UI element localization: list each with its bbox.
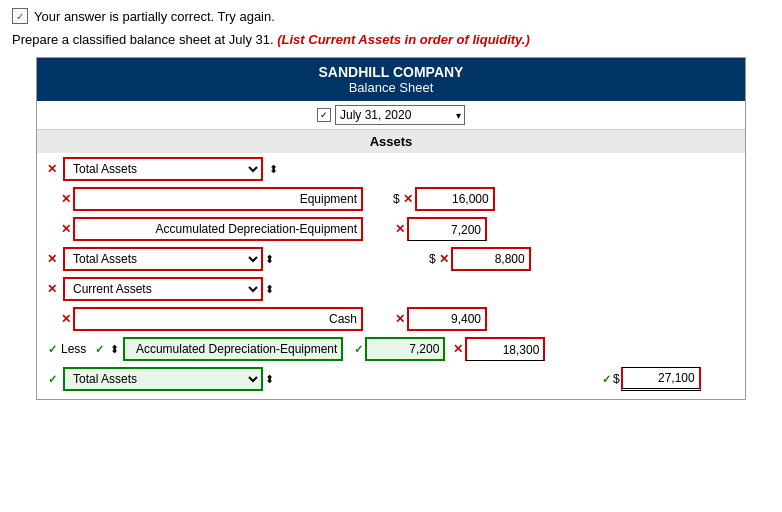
col-left-row5: Current Assets ⬍: [59, 277, 419, 301]
input-7200-row3[interactable]: [407, 217, 487, 241]
col-right-row4: $ ✕: [429, 247, 531, 271]
company-name: SANDHILL COMPANY: [41, 64, 741, 80]
col-left-row2: [73, 187, 383, 211]
check-icon-row7: ✓: [45, 342, 59, 356]
col-mid-row6: ✕: [393, 307, 487, 331]
dollar-row2: $: [393, 192, 400, 206]
input-less-accum[interactable]: [123, 337, 343, 361]
row-equipment: ✕ $ ✕: [45, 187, 737, 211]
date-select[interactable]: July 31, 2020: [335, 105, 465, 125]
x-icon-mid-row2: ✕: [401, 192, 415, 206]
col-mid-row2: $ ✕: [393, 187, 495, 211]
x-icon-row3: ✕: [59, 222, 73, 236]
x-icon-right-row4: ✕: [437, 252, 451, 266]
row-accum-dep: ✕ ✕: [45, 217, 737, 241]
input-8800[interactable]: [451, 247, 531, 271]
input-equipment[interactable]: [73, 187, 363, 211]
col-mid-row7: ✓: [351, 337, 445, 361]
x-icon-row2: ✕: [59, 192, 73, 206]
select-row4[interactable]: Total Assets: [63, 247, 263, 271]
input-27100[interactable]: [621, 367, 701, 391]
bs-header: SANDHILL COMPANY Balance Sheet: [37, 58, 745, 101]
arrow-row4: ⬍: [265, 253, 274, 266]
date-row: ✓ July 31, 2020 ▾: [37, 101, 745, 130]
col-left-row1: Total Assets ⬍: [59, 157, 419, 181]
x-icon-row6: ✕: [59, 312, 73, 326]
date-select-wrap: ✓ July 31, 2020 ▾: [317, 105, 465, 125]
instruction-highlight: (List Current Assets in order of liquidi…: [277, 32, 530, 47]
check-right-row8: ✓: [599, 372, 613, 386]
x-icon-row5: ✕: [45, 282, 59, 296]
col-right-row8: ✓ $: [599, 367, 701, 391]
dollar-row8: $: [613, 372, 620, 386]
row-total-assets-2: ✕ Total Assets ⬍ $ ✕: [45, 247, 737, 271]
check-icon-row8: ✓: [45, 372, 59, 386]
input-7200-row7[interactable]: [365, 337, 445, 361]
input-9400[interactable]: [407, 307, 487, 331]
row-total-assets-1: ✕ Total Assets ⬍: [45, 157, 737, 181]
arrow-row1: ⬍: [269, 163, 278, 175]
col-right-row7: ✕: [451, 337, 545, 361]
instruction-text: Prepare a classified balance sheet at Ju…: [12, 32, 770, 47]
less-label: Less: [61, 342, 86, 356]
feedback-row: ✓ Your answer is partially correct. Try …: [12, 8, 770, 24]
col-left-row8: Total Assets ⬍: [59, 367, 419, 391]
row-total-assets-3: ✓ Total Assets ⬍ ✓ $: [45, 367, 737, 391]
dollar-row4: $: [429, 252, 436, 266]
row-cash: ✕ ✕: [45, 307, 737, 331]
arrow-row8: ⬍: [265, 373, 274, 386]
select-current-assets[interactable]: Current Assets: [63, 277, 263, 301]
select-total-assets-3[interactable]: Total Assets: [63, 367, 263, 391]
x-icon-row1: ✕: [45, 162, 59, 176]
instruction-static: Prepare a classified balance sheet at Ju…: [12, 32, 274, 47]
input-accum-dep[interactable]: [73, 217, 363, 241]
arrow-less: ⬍: [110, 343, 119, 356]
check-mid-row7: ✓: [351, 342, 365, 356]
input-18300[interactable]: [465, 337, 545, 361]
col-left-row7: Less ✓ ⬍: [59, 337, 343, 361]
arrow-row5: ⬍: [265, 283, 274, 296]
x-icon-row4: ✕: [45, 252, 59, 266]
select-row1[interactable]: Total Assets: [63, 157, 263, 181]
x-icon-mid-row6: ✕: [393, 312, 407, 326]
x-icon-right-row7: ✕: [451, 342, 465, 356]
balance-sheet: SANDHILL COMPANY Balance Sheet ✓ July 31…: [36, 57, 746, 400]
col-left-row6: [73, 307, 383, 331]
feedback-message: Your answer is partially correct. Try ag…: [34, 9, 275, 24]
date-check-icon: ✓: [317, 108, 331, 122]
partial-correct-icon: ✓: [12, 8, 28, 24]
x-icon-mid-row3: ✕: [393, 222, 407, 236]
col-mid-row3: ✕: [393, 217, 487, 241]
assets-label: Assets: [37, 130, 745, 153]
sheet-title: Balance Sheet: [41, 80, 741, 95]
row-current-assets: ✕ Current Assets ⬍: [45, 277, 737, 301]
col-left-row4: Total Assets ⬍: [59, 247, 419, 271]
input-16000[interactable]: [415, 187, 495, 211]
col-left-row3: [73, 217, 383, 241]
date-select-container[interactable]: July 31, 2020 ▾: [335, 105, 465, 125]
check-icon-less: ✓: [92, 342, 106, 356]
row-less-accum: ✓ Less ✓ ⬍ ✓ ✕: [45, 337, 737, 361]
input-cash[interactable]: [73, 307, 363, 331]
form-area: ✕ Total Assets ⬍ ✕ $ ✕ ✕: [37, 153, 745, 399]
